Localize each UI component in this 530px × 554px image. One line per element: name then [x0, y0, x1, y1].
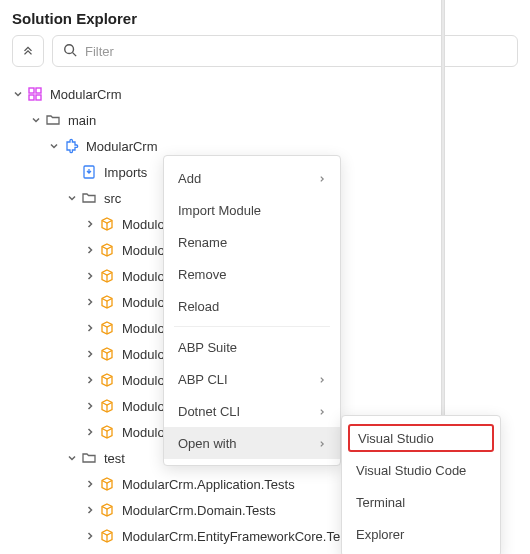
- sub-terminal[interactable]: Terminal: [342, 486, 500, 518]
- node-label: ModularCrm.Domain.Tests: [122, 503, 276, 518]
- chevron-right-icon[interactable]: [82, 242, 98, 258]
- toolbar: [0, 35, 530, 77]
- sub-visual-studio[interactable]: Visual Studio: [348, 424, 494, 452]
- node-label: Modulo: [122, 347, 165, 362]
- node-label: ModularCrm: [86, 139, 158, 154]
- svg-rect-4: [36, 95, 41, 100]
- sub-explorer[interactable]: Explorer: [342, 518, 500, 550]
- ctx-label: Dotnet CLI: [178, 404, 240, 419]
- package-icon: [98, 501, 116, 519]
- chevron-right-icon[interactable]: [82, 216, 98, 232]
- folder-icon: [44, 111, 62, 129]
- sub-label: Visual Studio Code: [356, 463, 466, 478]
- ctx-label: Open with: [178, 436, 237, 451]
- ctx-abp-cli[interactable]: ABP CLI: [164, 363, 340, 395]
- package-icon: [98, 423, 116, 441]
- package-icon: [98, 215, 116, 233]
- search-icon: [63, 43, 77, 60]
- chevron-right-icon[interactable]: [82, 268, 98, 284]
- import-icon: [80, 163, 98, 181]
- search-box[interactable]: [52, 35, 518, 67]
- ctx-dotnet-cli[interactable]: Dotnet CLI: [164, 395, 340, 427]
- chevron-right-icon[interactable]: [82, 346, 98, 362]
- node-label: Modulo: [122, 399, 165, 414]
- puzzle-icon: [62, 137, 80, 155]
- folder-icon: [80, 449, 98, 467]
- chevron-right-icon[interactable]: [82, 398, 98, 414]
- node-label: ModularCrm.EntityFrameworkCore.Te: [122, 529, 340, 544]
- node-label: Modulo: [122, 269, 165, 284]
- chevron-down-icon[interactable]: [28, 112, 44, 128]
- ctx-import-module[interactable]: Import Module: [164, 194, 340, 226]
- package-icon: [98, 345, 116, 363]
- context-menu: Add Import Module Rename Remove Reload A…: [163, 155, 341, 466]
- ctx-reload[interactable]: Reload: [164, 290, 340, 322]
- svg-rect-2: [36, 88, 41, 93]
- double-chevron-up-icon: [21, 43, 35, 60]
- sub-visual-studio-code[interactable]: Visual Studio Code: [342, 454, 500, 486]
- chevron-down-icon[interactable]: [64, 450, 80, 466]
- ctx-label: ABP Suite: [178, 340, 237, 355]
- ctx-label: Rename: [178, 235, 227, 250]
- node-label: Modulo: [122, 217, 165, 232]
- sub-label: Visual Studio: [358, 431, 434, 446]
- ctx-label: Reload: [178, 299, 219, 314]
- node-label: src: [104, 191, 121, 206]
- node-label: main: [68, 113, 96, 128]
- package-icon: [98, 267, 116, 285]
- package-icon: [98, 293, 116, 311]
- svg-rect-1: [29, 88, 34, 93]
- chevron-right-icon: [318, 436, 326, 451]
- package-icon: [98, 319, 116, 337]
- ctx-open-with[interactable]: Open with: [164, 427, 340, 459]
- node-label: ModularCrm: [50, 87, 122, 102]
- node-label: Modulo: [122, 321, 165, 336]
- chevron-right-icon: [318, 372, 326, 387]
- chevron-right-icon[interactable]: [82, 528, 98, 544]
- node-label: Modulo: [122, 295, 165, 310]
- node-label: ModularCrm.Application.Tests: [122, 477, 295, 492]
- separator: [174, 326, 330, 327]
- node-label: Modulo: [122, 425, 165, 440]
- panel-title: Solution Explorer: [0, 0, 530, 35]
- ctx-label: Add: [178, 171, 201, 186]
- ctx-label: ABP CLI: [178, 372, 228, 387]
- package-icon: [98, 527, 116, 545]
- collapse-all-button[interactable]: [12, 35, 44, 67]
- chevron-right-icon: [318, 171, 326, 186]
- chevron-right-icon[interactable]: [82, 502, 98, 518]
- chevron-right-icon: [318, 404, 326, 419]
- ctx-label: Remove: [178, 267, 226, 282]
- svg-rect-3: [29, 95, 34, 100]
- chevron-down-icon[interactable]: [64, 190, 80, 206]
- folder-icon: [80, 189, 98, 207]
- node-label: test: [104, 451, 125, 466]
- sub-label: Explorer: [356, 527, 404, 542]
- node-label: Modulo: [122, 373, 165, 388]
- node-label: Modulo: [122, 243, 165, 258]
- node-label: Imports: [104, 165, 147, 180]
- chevron-down-icon[interactable]: [10, 86, 26, 102]
- ctx-remove[interactable]: Remove: [164, 258, 340, 290]
- chevron-right-icon[interactable]: [82, 476, 98, 492]
- package-icon: [98, 475, 116, 493]
- ctx-rename[interactable]: Rename: [164, 226, 340, 258]
- chevron-placeholder: [64, 164, 80, 180]
- chevron-down-icon[interactable]: [46, 138, 62, 154]
- modules-icon: [26, 85, 44, 103]
- chevron-right-icon[interactable]: [82, 294, 98, 310]
- chevron-right-icon[interactable]: [82, 424, 98, 440]
- ctx-abp-suite[interactable]: ABP Suite: [164, 331, 340, 363]
- tree-node-main[interactable]: main: [0, 107, 530, 133]
- package-icon: [98, 397, 116, 415]
- tree-node-root[interactable]: ModularCrm: [0, 81, 530, 107]
- package-icon: [98, 241, 116, 259]
- chevron-right-icon[interactable]: [82, 372, 98, 388]
- svg-point-0: [65, 44, 74, 53]
- ctx-add[interactable]: Add: [164, 162, 340, 194]
- submenu-open-with: Visual Studio Visual Studio Code Termina…: [341, 415, 501, 554]
- package-icon: [98, 371, 116, 389]
- ctx-label: Import Module: [178, 203, 261, 218]
- chevron-right-icon[interactable]: [82, 320, 98, 336]
- sub-label: Terminal: [356, 495, 405, 510]
